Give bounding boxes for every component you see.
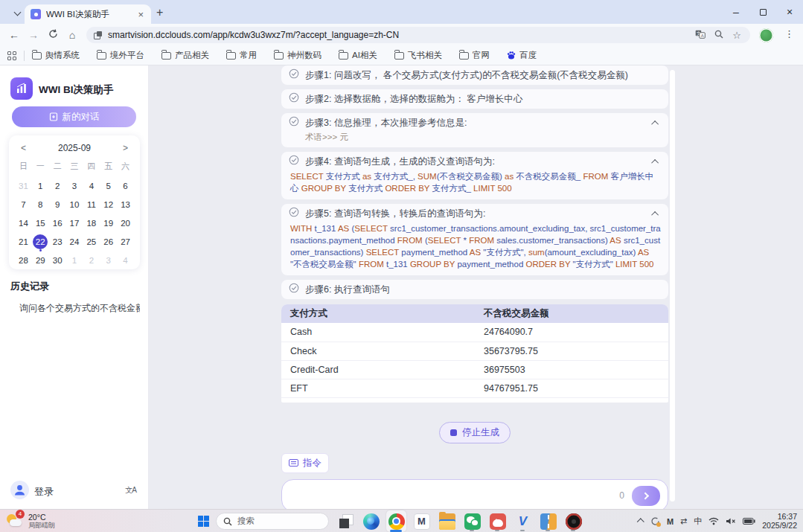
new-tab-button[interactable]: + [156, 7, 163, 19]
calendar-day[interactable]: 24 [66, 233, 83, 251]
marktext-tray-icon[interactable]: M [667, 517, 674, 526]
taskbar-search[interactable]: 搜索 [216, 513, 329, 530]
bookmark-item[interactable]: 神州数码 [274, 50, 321, 61]
calendar-day[interactable]: 3 [100, 251, 117, 270]
calendar-day[interactable]: 1 [32, 177, 49, 196]
calendar-day[interactable]: 14 [15, 214, 32, 233]
bookmark-item[interactable]: AI相关 [339, 50, 377, 61]
calendar-prev-icon[interactable]: < [21, 143, 26, 153]
calendar-day[interactable]: 2 [83, 251, 100, 270]
calendar-day[interactable]: 10 [66, 196, 83, 214]
window-close-button[interactable]: × [776, 0, 803, 24]
calendar-next-icon[interactable]: > [123, 143, 128, 153]
window-minimize-button[interactable]: – [723, 0, 749, 24]
taskbar-weather-widget[interactable]: 4 20°C 局部晴朗 [4, 511, 55, 531]
calendar-day[interactable]: 18 [83, 214, 100, 233]
calendar-day[interactable]: 9 [49, 196, 66, 214]
taskbar-cat-app-button[interactable] [487, 510, 508, 532]
wifi-icon[interactable] [708, 517, 719, 525]
new-chat-button[interactable]: 新的对话 [12, 106, 136, 127]
battery-icon[interactable] [743, 518, 755, 525]
stop-generating-button[interactable]: 停止生成 [439, 422, 511, 443]
taskbar-v-app-button[interactable]: V [513, 510, 533, 532]
history-item[interactable]: 询问各个交易方式的不含税金额 [19, 302, 140, 315]
calendar-day[interactable]: 16 [49, 214, 66, 233]
taskbar-file-explorer-button[interactable] [437, 510, 457, 532]
calendar-day[interactable]: 31 [15, 177, 32, 196]
calendar-day[interactable]: 12 [100, 196, 117, 214]
home-icon[interactable]: ⌂ [63, 29, 82, 41]
calendar-day[interactable]: 7 [15, 196, 32, 214]
login-label[interactable]: 登录 [34, 485, 54, 499]
tab-close-icon[interactable]: × [136, 9, 145, 20]
bookmark-item[interactable]: 飞书相关 [394, 50, 442, 61]
apps-grid-icon[interactable] [7, 51, 16, 60]
calendar-day[interactable]: 5 [100, 177, 117, 196]
taskbar-clock[interactable]: 16:37 2025/9/22 [762, 513, 797, 530]
collapse-chevron-icon[interactable] [651, 120, 659, 127]
taskbar-task-view-button[interactable] [336, 510, 356, 532]
chat-input[interactable] [292, 484, 586, 507]
step-header[interactable]: 步骤5: 查询语句转换，转换后的查询语句为: [289, 207, 661, 220]
bookmark-item[interactable]: 舆情系统 [32, 50, 80, 61]
collapse-chevron-icon[interactable] [651, 158, 659, 166]
taskbar-chrome-button[interactable] [386, 510, 406, 532]
calendar-day[interactable]: 22 [32, 233, 49, 251]
calendar-day[interactable]: 2 [49, 177, 66, 196]
language-switch-icon[interactable]: 文A [125, 485, 136, 496]
url-text[interactable]: smartvision.dcclouds.com/app/kcdw3u3wxz7… [108, 30, 695, 40]
calendar-day[interactable]: 15 [32, 214, 49, 233]
calendar-day[interactable]: 28 [15, 251, 32, 270]
calendar-day[interactable]: 1 [66, 251, 83, 270]
profile-avatar[interactable] [759, 28, 773, 42]
bookmark-item[interactable]: 百度 [507, 49, 537, 63]
sync-tray-icon[interactable] [650, 516, 660, 526]
step-header[interactable]: 步骤4: 查询语句生成，生成的语义查询语句为: [289, 155, 661, 168]
bookmark-item[interactable]: 产品相关 [161, 50, 209, 61]
step-header[interactable]: 步骤3: 信息推理，本次推理参考信息是: [289, 116, 661, 129]
calendar-day[interactable]: 13 [117, 196, 134, 214]
calendar-day[interactable]: 21 [15, 233, 32, 251]
calendar-day[interactable]: 30 [49, 251, 66, 270]
bookmark-item[interactable]: 官网 [459, 50, 490, 61]
calendar-day[interactable]: 4 [83, 177, 100, 196]
taskbar-recorder-button[interactable] [563, 510, 583, 532]
zoom-icon[interactable] [714, 28, 723, 42]
taskbar-zip-app-button[interactable] [538, 510, 558, 532]
bookmark-star-icon[interactable]: ☆ [732, 30, 741, 41]
calendar-day[interactable]: 23 [49, 233, 66, 251]
calendar-day[interactable]: 20 [117, 214, 134, 233]
window-maximize-button[interactable] [749, 0, 776, 24]
send-button[interactable] [632, 486, 660, 506]
command-button[interactable]: 指令 [281, 453, 329, 473]
site-info-icon[interactable] [94, 31, 102, 39]
calendar-day[interactable]: 11 [83, 196, 100, 214]
calendar-day[interactable]: 25 [83, 233, 100, 251]
taskbar-wechat-button[interactable] [462, 510, 482, 532]
calendar-day[interactable]: 29 [32, 251, 49, 270]
bookmark-item[interactable]: 常用 [226, 50, 257, 61]
login-avatar[interactable] [10, 481, 29, 499]
browser-tab[interactable]: WWI BI决策助手 × [25, 4, 151, 24]
reload-icon[interactable] [43, 29, 63, 41]
translate-icon[interactable]: 文A [695, 28, 706, 42]
start-button[interactable] [198, 516, 209, 527]
network-activity-icon[interactable]: ⇄ [680, 516, 687, 526]
back-icon[interactable]: ← [4, 29, 24, 41]
ime-indicator[interactable]: 中 [694, 516, 702, 527]
calendar-day[interactable]: 8 [32, 196, 49, 214]
taskbar-marktext-button[interactable]: M [412, 510, 432, 532]
calendar-day[interactable]: 17 [66, 214, 83, 233]
forward-icon[interactable]: → [24, 29, 43, 41]
collapse-chevron-icon[interactable] [651, 211, 659, 218]
calendar-day[interactable]: 27 [117, 233, 134, 251]
bookmark-item[interactable]: 境外平台 [97, 50, 144, 61]
taskbar-edge-button[interactable] [361, 510, 381, 532]
calendar-day[interactable]: 4 [117, 251, 134, 270]
calendar-day[interactable]: 3 [66, 177, 83, 196]
volume-muted-icon[interactable] [726, 517, 736, 525]
tray-expand-icon[interactable] [639, 519, 644, 524]
content-scrollbar[interactable] [670, 70, 675, 501]
calendar-day[interactable]: 19 [100, 214, 117, 233]
calendar-day[interactable]: 26 [100, 233, 117, 251]
